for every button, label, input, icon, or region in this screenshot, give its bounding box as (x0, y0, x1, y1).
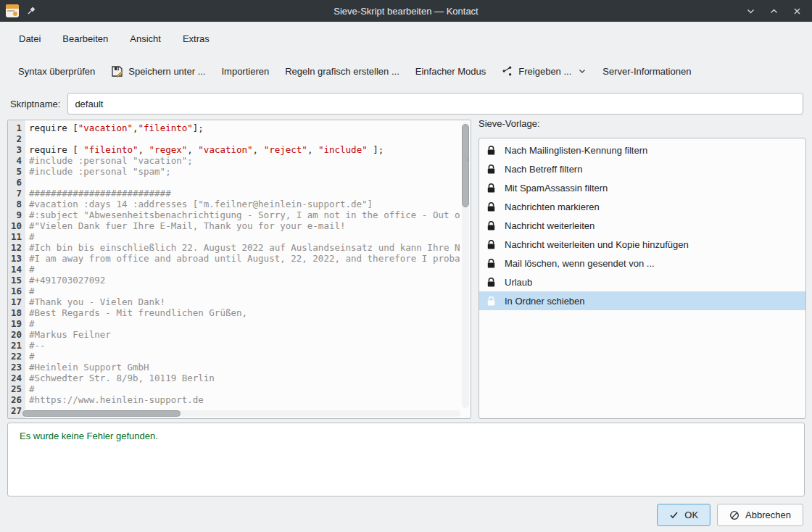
code-text: # (25, 264, 460, 275)
template-panel-label: Sieve-Vorlage: (478, 118, 540, 129)
code-line: 2 (8, 133, 460, 144)
template-item-label: Nachrichten markieren (505, 201, 600, 212)
code-line: 18#Best Regards - Mit freundlichen Grüße… (8, 307, 460, 318)
minimize-button[interactable] (742, 3, 758, 19)
code-text: #Ich bin bis einschließlich 22. August 2… (25, 242, 460, 253)
line-number: 17 (8, 296, 25, 307)
code-line: 7########################## (8, 188, 460, 199)
code-text: # (25, 383, 460, 394)
line-number: 10 (8, 220, 25, 231)
menu-ansicht[interactable]: Ansicht (121, 30, 170, 47)
code-line: 13#I am away from office and abroad unti… (8, 253, 460, 264)
menu-extras[interactable]: Extras (174, 30, 218, 47)
code-line: 3require [ "fileinto", "regex", "vacatio… (8, 144, 460, 155)
lock-icon (487, 296, 495, 306)
main-area: 1require ["vacation","fileinto"];23requi… (0, 120, 812, 419)
code-text: # (25, 351, 460, 362)
editor-vertical-scrollbar-thumb[interactable] (462, 124, 469, 207)
dialog-button-row: OK Abbrechen (657, 504, 803, 526)
check-syntax-button[interactable]: Syntax überprüfen (10, 62, 103, 81)
line-number: 12 (8, 242, 25, 253)
template-item[interactable]: Nachricht weiterleiten und Kopie hinzufü… (479, 235, 805, 254)
template-item[interactable]: Mail löschen, wenn gesendet von ... (479, 254, 805, 273)
syntax-result-box: Es wurde keine Fehler gefunden. (7, 423, 805, 496)
template-item[interactable]: Nachricht weiterleiten (479, 216, 805, 235)
template-item-label: Urlaub (505, 277, 532, 288)
maximize-button[interactable] (766, 3, 782, 19)
template-item[interactable]: In Ordner schieben (479, 291, 805, 310)
scriptname-input[interactable] (67, 93, 803, 115)
code-text: #Best Regards - Mit freundlichen Grüßen, (25, 307, 460, 318)
template-item[interactable]: Nach Betreff filtern (479, 159, 805, 178)
code-line: 17#Thank you - Vielen Dank! (8, 296, 460, 307)
scriptname-row: Skriptname: (0, 92, 812, 115)
cancel-label: Abbrechen (745, 510, 791, 520)
pin-icon[interactable] (26, 6, 36, 16)
code-line: 5#include :personal "spam"; (8, 166, 460, 177)
ok-label: OK (684, 510, 698, 520)
code-line: 6 (8, 177, 460, 188)
code-line: 20#Markus Feilner (8, 329, 460, 340)
line-number: 7 (8, 188, 25, 199)
lock-icon (487, 278, 495, 287)
code-line: 23#Heinlein Support GmbH (8, 362, 460, 373)
code-line: 19# (8, 318, 460, 329)
save-as-button[interactable]: Speichern unter ... (103, 61, 213, 82)
code-text: # (25, 286, 460, 296)
check-icon (669, 510, 679, 520)
line-number: 19 (8, 318, 25, 329)
check-syntax-label: Syntax überprüfen (18, 66, 95, 77)
sieve-code-editor[interactable]: 1require ["vacation","fileinto"];23requi… (7, 120, 471, 419)
menu-datei[interactable]: Datei (10, 30, 49, 47)
lock-icon (487, 221, 495, 230)
code-line: 22# (8, 351, 460, 362)
line-number: 18 (8, 307, 25, 318)
line-number: 3 (8, 144, 25, 155)
lock-icon (487, 183, 495, 193)
autogenerate-rules-button[interactable]: Regeln grafisch erstellen ... (277, 62, 407, 81)
code-text (25, 177, 460, 188)
template-item[interactable]: Nach Mailinglisten-Kennung filtern (479, 141, 805, 159)
import-button[interactable]: Importieren (213, 62, 277, 81)
line-number: 5 (8, 166, 25, 177)
server-info-label: Server-Informationen (602, 66, 691, 77)
template-item-label: Nachricht weiterleiten (505, 220, 594, 231)
share-button[interactable]: Freigeben ... (494, 61, 594, 81)
save-as-icon (111, 65, 123, 78)
template-item[interactable]: Mit SpamAssassin filtern (479, 178, 805, 197)
line-number: 4 (8, 155, 25, 166)
code-text: #I am away from office and abroad until … (25, 253, 460, 264)
server-info-button[interactable]: Server-Informationen (594, 62, 699, 81)
simple-mode-button[interactable]: Einfacher Modus (407, 62, 494, 81)
ok-button[interactable]: OK (657, 504, 710, 526)
code-text: # (25, 318, 460, 329)
code-text: #include :personal "vacation"; (25, 155, 460, 166)
line-number: 20 (8, 329, 25, 340)
template-item[interactable]: Nachrichten markieren (479, 197, 805, 216)
line-number: 6 (8, 177, 25, 188)
splitter-collapse-handle[interactable]: › (466, 152, 475, 165)
code-text: ########################## (25, 188, 460, 199)
code-line: 4#include :personal "vacation"; (8, 155, 460, 166)
line-number: 8 (8, 199, 25, 209)
menu-bearbeiten[interactable]: Bearbeiten (54, 30, 117, 47)
code-text: #-- (25, 340, 460, 351)
save-as-label: Speichern unter ... (128, 66, 205, 77)
line-number: 26 (8, 394, 25, 405)
code-line: 1require ["vacation","fileinto"]; (8, 122, 460, 133)
template-item-label: Nach Mailinglisten-Kennung filtern (505, 145, 647, 156)
code-line: 21#-- (8, 340, 460, 351)
scriptname-label: Skriptname: (0, 99, 67, 109)
code-text: require [ "fileinto", "regex", "vacation… (25, 144, 460, 155)
template-item-label: In Ordner schieben (505, 296, 585, 307)
editor-horizontal-scrollbar-thumb[interactable] (22, 410, 181, 417)
autogenerate-rules-label: Regeln grafisch erstellen ... (285, 66, 399, 77)
code-line: 12#Ich bin bis einschließlich 22. August… (8, 242, 460, 253)
kontact-app-icon (6, 4, 19, 17)
cancel-button[interactable]: Abbrechen (717, 504, 803, 526)
close-button[interactable] (789, 3, 805, 19)
code-line: 26#https://www.heinlein-support.de (8, 394, 460, 405)
code-text: #+491703027092 (25, 275, 460, 286)
line-number: 15 (8, 275, 25, 286)
template-item[interactable]: Urlaub (479, 273, 805, 291)
